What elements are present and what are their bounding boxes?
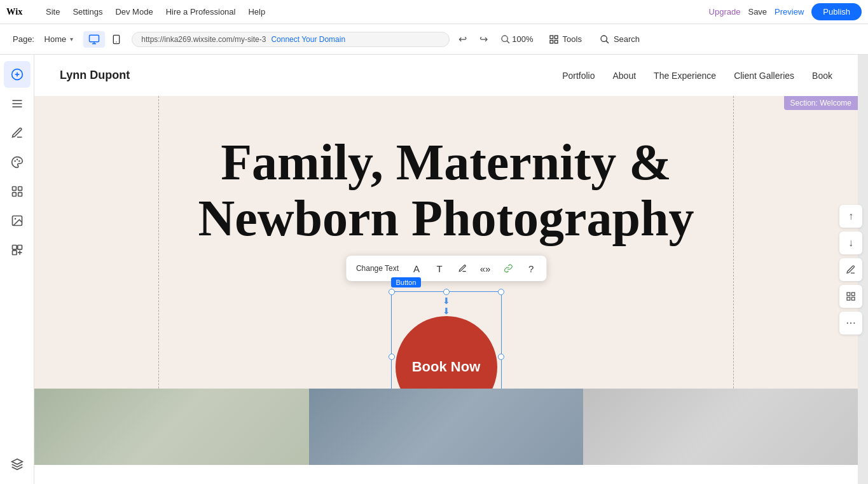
toolbar-text-icon[interactable]: T (429, 258, 450, 279)
svg-rect-24 (18, 187, 22, 191)
handle-download-bottom[interactable]: ⬇ (396, 306, 497, 316)
nav-portfolio[interactable]: Portfolio (562, 71, 595, 81)
preview-button[interactable]: Preview (775, 7, 804, 17)
publish-button[interactable]: Publish (811, 3, 862, 20)
resize-handle-ml[interactable] (389, 354, 395, 360)
sidebar-layers[interactable] (4, 451, 31, 478)
connect-domain-link[interactable]: Connect Your Domain (271, 35, 345, 44)
grid-view-button[interactable] (839, 285, 862, 308)
nav-site[interactable]: Site (46, 7, 60, 17)
more-options-button[interactable]: ⋯ (839, 312, 862, 335)
toolbar-right-actions: ↩ ↪ 100% Tools Search (455, 31, 646, 48)
editor-toolbar: Page: Home ▾ https://inka269.wixsite.com… (0, 24, 868, 55)
upgrade-button[interactable]: Upgrade (709, 7, 741, 17)
svg-rect-23 (12, 187, 16, 191)
svg-rect-1 (90, 35, 99, 42)
site-header: Lynn Dupont Portfolio About The Experien… (34, 55, 858, 96)
nav-experience[interactable]: The Experience (654, 71, 716, 81)
canvas-area: Lynn Dupont Portfolio About The Experien… (34, 55, 868, 484)
device-switcher (83, 31, 127, 48)
svg-rect-29 (12, 245, 17, 250)
save-button[interactable]: Save (748, 7, 767, 17)
nav-help[interactable]: Help (248, 7, 265, 17)
url-text: https://inka269.wixsite.com/my-site-3 (141, 35, 266, 44)
bottom-photo-right (583, 389, 858, 465)
toolbar-link-icon[interactable] (498, 258, 518, 279)
editor-canvas: Lynn Dupont Portfolio About The Experien… (34, 55, 858, 484)
hero-title: Family, Maternity & Newborn Photography (160, 134, 733, 246)
chevron-down-icon: ▾ (70, 36, 73, 43)
bottom-photo-center (309, 389, 584, 465)
scroll-up-button[interactable]: ↑ (839, 205, 862, 228)
toolbar-help-icon[interactable]: ? (521, 258, 541, 279)
tools-label: Tools (563, 34, 582, 44)
change-text-button[interactable]: Change Text (351, 261, 404, 275)
desktop-device-button[interactable] (83, 31, 105, 48)
button-label-badge: Button (391, 277, 422, 287)
nav-hire-professional[interactable]: Hire a Professional (166, 7, 236, 17)
nav-about[interactable]: About (612, 71, 636, 81)
svg-point-6 (502, 36, 507, 41)
svg-rect-8 (550, 36, 553, 39)
svg-rect-35 (851, 297, 855, 300)
zoom-control[interactable]: 100% (497, 32, 537, 47)
svg-rect-32 (847, 293, 850, 296)
resize-handle-tr[interactable] (498, 289, 504, 295)
svg-point-22 (18, 160, 20, 162)
svg-point-28 (14, 218, 15, 220)
top-navigation: Wix Site Settings Dev Mode Hire a Profes… (0, 0, 868, 24)
svg-rect-11 (555, 40, 558, 43)
right-panel: ↑ ↓ ⋯ (836, 200, 865, 340)
nav-book[interactable]: Book (812, 71, 832, 81)
bottom-photos (34, 389, 858, 465)
sidebar-apps[interactable] (4, 178, 31, 205)
sidebar-pages[interactable] (4, 90, 31, 117)
toolbar-edit-icon[interactable] (452, 258, 472, 279)
svg-point-5 (116, 41, 117, 42)
element-toolbar-popup: Change Text A T «» ? (346, 256, 546, 281)
svg-rect-26 (18, 193, 22, 197)
bottom-photo-left (34, 389, 309, 465)
section-label: Section: Welcome (784, 96, 858, 110)
svg-point-12 (601, 36, 607, 41)
redo-button[interactable]: ↪ (476, 31, 492, 48)
page-name: Home (45, 34, 67, 44)
handle-download-top[interactable]: ⬇ (396, 296, 497, 306)
sidebar-theme[interactable] (4, 149, 31, 176)
page-label: Page: (13, 34, 34, 44)
tools-button[interactable]: Tools (542, 32, 588, 47)
svg-rect-30 (17, 245, 22, 250)
left-sidebar (0, 55, 34, 484)
sidebar-add-elements[interactable] (4, 61, 31, 88)
scroll-down-button[interactable]: ↓ (839, 232, 862, 254)
toolbar-quotes-icon[interactable]: «» (475, 258, 495, 279)
svg-text:Wix: Wix (6, 6, 23, 17)
toolbar-font-icon[interactable]: A (406, 258, 427, 279)
search-button[interactable]: Search (593, 32, 646, 47)
nav-settings[interactable]: Settings (72, 7, 102, 17)
sidebar-design[interactable] (4, 120, 31, 146)
resize-handle-tm[interactable] (443, 289, 450, 295)
resize-handle-mr[interactable] (498, 354, 504, 360)
svg-rect-31 (12, 251, 17, 255)
sidebar-media[interactable] (4, 207, 31, 234)
svg-line-13 (606, 41, 609, 43)
svg-rect-10 (550, 40, 553, 43)
undo-button[interactable]: ↩ (455, 31, 471, 48)
nav-galleries[interactable]: Client Galleries (734, 71, 794, 81)
nav-dev-mode[interactable]: Dev Mode (115, 7, 153, 17)
svg-line-7 (507, 41, 509, 43)
resize-handle-tl[interactable] (389, 289, 395, 295)
mobile-device-button[interactable] (106, 31, 127, 48)
page-selector[interactable]: Page: Home ▾ (8, 32, 78, 46)
svg-rect-34 (847, 297, 850, 300)
site-nav: Portfolio About The Experience Client Ga… (562, 71, 832, 81)
svg-point-20 (14, 160, 16, 162)
url-bar: https://inka269.wixsite.com/my-site-3 Co… (132, 32, 450, 47)
sidebar-integrations[interactable] (4, 237, 31, 263)
edit-mode-button[interactable] (839, 258, 862, 281)
svg-rect-25 (12, 193, 16, 197)
wix-logo: Wix (6, 6, 29, 18)
zoom-level: 100% (512, 34, 533, 44)
svg-rect-9 (555, 36, 558, 39)
